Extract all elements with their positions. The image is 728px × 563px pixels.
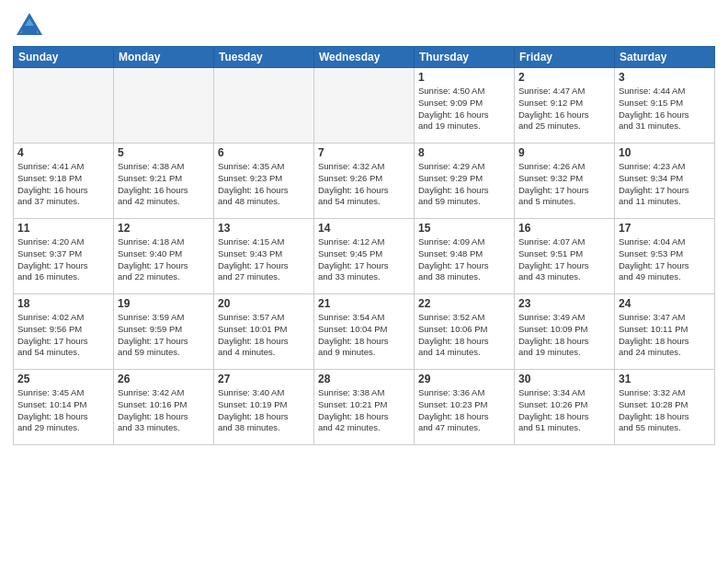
day-number: 30 — [518, 373, 610, 385]
calendar-cell: 26Sunrise: 3:42 AM Sunset: 10:16 PM Dayl… — [114, 370, 214, 445]
logo-icon — [13, 9, 46, 42]
day-number: 28 — [318, 373, 410, 385]
day-detail: Sunrise: 4:26 AM Sunset: 9:32 PM Dayligh… — [518, 161, 610, 208]
day-number: 17 — [619, 222, 711, 235]
day-number: 14 — [318, 222, 410, 235]
calendar-cell: 4Sunrise: 4:41 AM Sunset: 9:18 PM Daylig… — [14, 144, 114, 219]
day-number: 12 — [118, 222, 210, 235]
day-number: 25 — [17, 373, 109, 385]
day-number: 5 — [118, 146, 210, 159]
calendar-cell: 25Sunrise: 3:45 AM Sunset: 10:14 PM Dayl… — [14, 370, 114, 445]
day-number: 7 — [318, 146, 410, 159]
calendar-cell: 30Sunrise: 3:34 AM Sunset: 10:26 PM Dayl… — [515, 370, 615, 445]
day-detail: Sunrise: 3:34 AM Sunset: 10:26 PM Daylig… — [518, 387, 610, 434]
calendar-cell: 7Sunrise: 4:32 AM Sunset: 9:26 PM Daylig… — [314, 144, 415, 219]
calendar-cell: 23Sunrise: 3:49 AM Sunset: 10:09 PM Dayl… — [515, 294, 615, 370]
day-number: 26 — [118, 373, 210, 385]
day-number: 24 — [619, 297, 711, 310]
calendar-cell: 27Sunrise: 3:40 AM Sunset: 10:19 PM Dayl… — [214, 370, 314, 445]
svg-rect-2 — [22, 26, 37, 35]
day-detail: Sunrise: 4:29 AM Sunset: 9:29 PM Dayligh… — [418, 161, 510, 208]
day-detail: Sunrise: 4:02 AM Sunset: 9:56 PM Dayligh… — [17, 312, 109, 359]
day-detail: Sunrise: 3:54 AM Sunset: 10:04 PM Daylig… — [318, 312, 410, 359]
calendar-cell — [214, 68, 314, 144]
day-number: 15 — [418, 222, 510, 235]
day-number: 4 — [17, 146, 109, 159]
day-detail: Sunrise: 4:20 AM Sunset: 9:37 PM Dayligh… — [17, 236, 109, 283]
day-detail: Sunrise: 4:38 AM Sunset: 9:21 PM Dayligh… — [118, 161, 210, 208]
day-detail: Sunrise: 4:44 AM Sunset: 9:15 PM Dayligh… — [619, 86, 711, 132]
weekday-header: Wednesday — [314, 47, 415, 68]
calendar-cell: 6Sunrise: 4:35 AM Sunset: 9:23 PM Daylig… — [214, 144, 314, 219]
calendar-cell: 16Sunrise: 4:07 AM Sunset: 9:51 PM Dayli… — [515, 219, 615, 294]
day-detail: Sunrise: 4:04 AM Sunset: 9:53 PM Dayligh… — [619, 236, 711, 283]
weekday-header: Saturday — [615, 47, 715, 68]
calendar-cell: 1Sunrise: 4:50 AM Sunset: 9:09 PM Daylig… — [415, 68, 515, 144]
day-detail: Sunrise: 3:42 AM Sunset: 10:16 PM Daylig… — [118, 387, 210, 434]
calendar-cell — [114, 68, 214, 144]
calendar-cell: 5Sunrise: 4:38 AM Sunset: 9:21 PM Daylig… — [114, 144, 214, 219]
day-number: 23 — [518, 297, 610, 310]
weekday-header-row: SundayMondayTuesdayWednesdayThursdayFrid… — [14, 47, 715, 68]
day-number: 10 — [619, 146, 711, 159]
calendar-cell: 14Sunrise: 4:12 AM Sunset: 9:45 PM Dayli… — [314, 219, 415, 294]
day-number: 31 — [619, 373, 711, 385]
calendar-cell: 19Sunrise: 3:59 AM Sunset: 9:59 PM Dayli… — [114, 294, 214, 370]
day-number: 18 — [17, 297, 109, 310]
day-detail: Sunrise: 4:07 AM Sunset: 9:51 PM Dayligh… — [518, 236, 610, 283]
day-number: 20 — [218, 297, 310, 310]
calendar-cell: 28Sunrise: 3:38 AM Sunset: 10:21 PM Dayl… — [314, 370, 415, 445]
day-number: 22 — [418, 297, 510, 310]
calendar-cell: 15Sunrise: 4:09 AM Sunset: 9:48 PM Dayli… — [415, 219, 515, 294]
weekday-header: Sunday — [14, 47, 114, 68]
week-row: 1Sunrise: 4:50 AM Sunset: 9:09 PM Daylig… — [14, 68, 715, 144]
calendar-cell: 9Sunrise: 4:26 AM Sunset: 9:32 PM Daylig… — [515, 144, 615, 219]
logo — [13, 9, 50, 42]
weekday-header: Monday — [114, 47, 214, 68]
day-number: 13 — [218, 222, 310, 235]
day-number: 9 — [518, 146, 610, 159]
calendar-cell: 29Sunrise: 3:36 AM Sunset: 10:23 PM Dayl… — [415, 370, 515, 445]
weekday-header: Tuesday — [214, 47, 314, 68]
day-detail: Sunrise: 3:36 AM Sunset: 10:23 PM Daylig… — [418, 387, 510, 434]
day-detail: Sunrise: 3:52 AM Sunset: 10:06 PM Daylig… — [418, 312, 510, 359]
calendar-cell: 10Sunrise: 4:23 AM Sunset: 9:34 PM Dayli… — [615, 144, 715, 219]
day-detail: Sunrise: 3:45 AM Sunset: 10:14 PM Daylig… — [17, 387, 109, 434]
weekday-header: Thursday — [415, 47, 515, 68]
week-row: 25Sunrise: 3:45 AM Sunset: 10:14 PM Dayl… — [14, 370, 715, 445]
calendar-cell: 8Sunrise: 4:29 AM Sunset: 9:29 PM Daylig… — [415, 144, 515, 219]
calendar-cell: 3Sunrise: 4:44 AM Sunset: 9:15 PM Daylig… — [615, 68, 715, 144]
week-row: 18Sunrise: 4:02 AM Sunset: 9:56 PM Dayli… — [14, 294, 715, 370]
calendar-cell: 13Sunrise: 4:15 AM Sunset: 9:43 PM Dayli… — [214, 219, 314, 294]
calendar-cell: 31Sunrise: 3:32 AM Sunset: 10:28 PM Dayl… — [615, 370, 715, 445]
day-number: 6 — [218, 146, 310, 159]
day-detail: Sunrise: 4:18 AM Sunset: 9:40 PM Dayligh… — [118, 236, 210, 283]
day-detail: Sunrise: 3:59 AM Sunset: 9:59 PM Dayligh… — [118, 312, 210, 359]
day-detail: Sunrise: 3:49 AM Sunset: 10:09 PM Daylig… — [518, 312, 610, 359]
day-number: 29 — [418, 373, 510, 385]
header — [13, 9, 715, 42]
calendar-cell: 11Sunrise: 4:20 AM Sunset: 9:37 PM Dayli… — [14, 219, 114, 294]
week-row: 11Sunrise: 4:20 AM Sunset: 9:37 PM Dayli… — [14, 219, 715, 294]
day-detail: Sunrise: 4:23 AM Sunset: 9:34 PM Dayligh… — [619, 161, 711, 208]
calendar-cell: 17Sunrise: 4:04 AM Sunset: 9:53 PM Dayli… — [615, 219, 715, 294]
day-number: 3 — [619, 71, 711, 84]
day-detail: Sunrise: 4:50 AM Sunset: 9:09 PM Dayligh… — [418, 86, 510, 132]
day-number: 21 — [318, 297, 410, 310]
day-number: 19 — [118, 297, 210, 310]
calendar-cell: 21Sunrise: 3:54 AM Sunset: 10:04 PM Dayl… — [314, 294, 415, 370]
calendar-cell: 20Sunrise: 3:57 AM Sunset: 10:01 PM Dayl… — [214, 294, 314, 370]
day-number: 8 — [418, 146, 510, 159]
day-detail: Sunrise: 3:38 AM Sunset: 10:21 PM Daylig… — [318, 387, 410, 434]
calendar-cell: 24Sunrise: 3:47 AM Sunset: 10:11 PM Dayl… — [615, 294, 715, 370]
calendar-cell: 18Sunrise: 4:02 AM Sunset: 9:56 PM Dayli… — [14, 294, 114, 370]
page: SundayMondayTuesdayWednesdayThursdayFrid… — [0, 0, 728, 563]
day-detail: Sunrise: 4:12 AM Sunset: 9:45 PM Dayligh… — [318, 236, 410, 283]
calendar-cell: 12Sunrise: 4:18 AM Sunset: 9:40 PM Dayli… — [114, 219, 214, 294]
week-row: 4Sunrise: 4:41 AM Sunset: 9:18 PM Daylig… — [14, 144, 715, 219]
weekday-header: Friday — [515, 47, 615, 68]
day-detail: Sunrise: 4:15 AM Sunset: 9:43 PM Dayligh… — [218, 236, 310, 283]
day-detail: Sunrise: 4:35 AM Sunset: 9:23 PM Dayligh… — [218, 161, 310, 208]
day-number: 16 — [518, 222, 610, 235]
day-detail: Sunrise: 4:32 AM Sunset: 9:26 PM Dayligh… — [318, 161, 410, 208]
